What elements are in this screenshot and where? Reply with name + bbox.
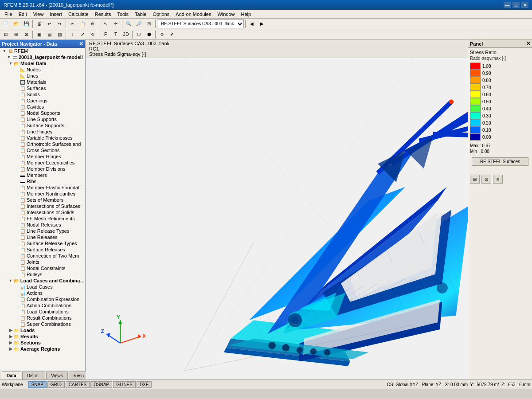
snap-btn-snap[interactable]: SNAP — [28, 381, 47, 388]
menu-calculate[interactable]: Calculate — [66, 11, 91, 17]
tb2-btn3[interactable]: ⊠ — [21, 30, 31, 39]
tb2-btn7[interactable]: ↕ — [67, 30, 77, 39]
tree-item-nodal-releases[interactable]: 📋 Nodal Releases — [0, 222, 85, 228]
tb-prev[interactable]: ◀ — [247, 20, 257, 28]
tree-item-variable-thicknesses[interactable]: 📋 Variable Thicknesses — [0, 135, 85, 141]
tree-item-project[interactable]: ▼ 🗃 20010_lagerpunkt fe-modell — [0, 54, 85, 60]
tree-item-pulleys[interactable]: 📋 Pulleys — [0, 271, 85, 278]
tree-item-members[interactable]: ▬ Members — [0, 172, 85, 178]
tb2-btn6[interactable]: ▥ — [55, 30, 64, 39]
tree-item-surface-releases[interactable]: 📋 Surface Releases — [0, 246, 85, 253]
snap-btn-dxf[interactable]: DXF — [137, 381, 152, 388]
snap-btn-grid[interactable]: GRID — [47, 381, 65, 388]
tree-item-member-nonlinearities[interactable]: 📋 Member Nonlinearities — [0, 191, 85, 197]
tb-undo[interactable]: ↩ — [44, 20, 54, 28]
tb-redo[interactable]: ↪ — [55, 20, 64, 28]
tree-item-member-eccentricities[interactable]: 📋 Member Eccentricities — [0, 160, 85, 166]
menu-file[interactable]: File — [2, 11, 15, 17]
legend-icon-3[interactable]: ≡ — [493, 175, 503, 184]
tb-move[interactable]: ✛ — [111, 20, 121, 28]
menu-table[interactable]: Table — [132, 11, 149, 17]
tree-item-ribs[interactable]: ▬ Ribs — [0, 178, 85, 184]
tree-item-solids[interactable]: 📋 Solids — [0, 91, 85, 98]
tree-item-loads[interactable]: ▶ 📁 Loads — [0, 327, 85, 333]
tree-item-line-releases[interactable]: 📋 Line Releases — [0, 234, 85, 240]
legend-icon-1[interactable]: ⊞ — [470, 175, 480, 184]
tree-item-surface-release-types[interactable]: 📋 Surface Release Types — [0, 240, 85, 246]
maximize-btn[interactable]: □ — [512, 2, 520, 8]
tb-print[interactable]: 🖨 — [34, 20, 44, 28]
tb-btn-3[interactable]: ✂ — [67, 20, 77, 28]
menu-window[interactable]: Window — [215, 11, 237, 17]
close-btn[interactable]: ✕ — [521, 2, 528, 8]
tb2-btn4[interactable]: ▦ — [34, 30, 44, 39]
tree-item-materials[interactable]: 🔲 Materials — [0, 79, 85, 85]
tb2-iso[interactable]: 3D — [121, 30, 131, 39]
tree-item-surfaces[interactable]: 📋 Surfaces — [0, 85, 85, 91]
menu-view[interactable]: View — [31, 11, 47, 17]
tree-item-actions[interactable]: 📊 Actions — [0, 290, 85, 296]
tree-item-results[interactable]: ▶ 📁 Results — [0, 333, 85, 340]
tree-item-intersections-surfaces[interactable]: 📋 Intersections of Surfaces — [0, 203, 85, 209]
tb-fit[interactable]: ⊞ — [144, 20, 154, 28]
tree-item-connection-two-mem[interactable]: 📋 Connection of Two Mem — [0, 253, 85, 259]
rf-steel-button[interactable]: RF-STEEL Surfaces — [472, 157, 528, 166]
tree-item-load-combinations[interactable]: 📋 Load Combinations — [0, 309, 85, 315]
tree-item-openings[interactable]: 📋 Openings — [0, 98, 85, 104]
snap-btn-cartes[interactable]: CARTES — [66, 381, 90, 388]
tree-item-load-cases-combo[interactable]: ▼ 📂 Load Cases and Combinatio — [0, 278, 85, 284]
tab-views[interactable]: Views — [46, 372, 68, 379]
tree-item-rfem[interactable]: ▼ 🖥 RFEM — [0, 48, 85, 54]
viewport-canvas[interactable]: X Y Z — [86, 58, 468, 379]
tree-item-orthotropic-surfaces[interactable]: 📋 Orthotropic Surfaces and — [0, 141, 85, 147]
tb2-check[interactable]: ✔ — [167, 30, 177, 39]
tb-btn-4[interactable]: 📋 — [78, 20, 87, 28]
menu-help[interactable]: Help — [239, 11, 254, 17]
menu-addon[interactable]: Add-on Modules — [173, 11, 214, 17]
tb-save[interactable]: 💾 — [21, 20, 31, 28]
tb2-calc[interactable]: ⚙ — [157, 30, 167, 39]
tb-zoom-in[interactable]: 🔍 — [124, 20, 133, 28]
tb2-front[interactable]: F — [101, 30, 110, 39]
tree-item-cavities[interactable]: 📋 Cavities — [0, 104, 85, 110]
menu-tools[interactable]: Tools — [114, 11, 131, 17]
tree-item-joints[interactable]: 📋 Joints — [0, 259, 85, 265]
tree-item-nodal-constraints[interactable]: 📋 Nodal Constraints — [0, 265, 85, 271]
tb2-wire[interactable]: ⬡ — [134, 30, 144, 39]
minimize-btn[interactable]: — — [504, 2, 511, 8]
tb2-solid[interactable]: ⬢ — [144, 30, 154, 39]
tree-item-result-combinations[interactable]: 📋 Result Combinations — [0, 315, 85, 321]
snap-btn-osnap[interactable]: OSNAP — [90, 381, 112, 388]
tree-item-member-hinges[interactable]: 📋 Member Hinges — [0, 153, 85, 160]
menu-edit[interactable]: Edit — [16, 11, 30, 17]
tb-select[interactable]: ↖ — [101, 20, 110, 28]
tree-item-average-regions[interactable]: ▶ 📁 Average Regions — [0, 346, 85, 352]
tb-next[interactable]: ▶ — [257, 20, 267, 28]
tb2-top[interactable]: T — [111, 30, 121, 39]
tree-item-member-elastic[interactable]: 📋 Member Elastic Foundati — [0, 184, 85, 191]
tab-data[interactable]: Data — [2, 372, 21, 379]
snap-btn-glines[interactable]: GLINES — [113, 381, 136, 388]
tree-item-model-data[interactable]: ▼ 📂 Model Data — [0, 60, 85, 66]
panel-close-btn[interactable]: ✕ — [79, 41, 83, 47]
module-selector[interactable]: RF-STEEL Surfaces CA3 - 003_flank — [157, 20, 244, 28]
tb-zoom-out[interactable]: 🔎 — [134, 20, 144, 28]
tb2-btn5[interactable]: ▤ — [44, 30, 54, 39]
tree-item-combination-expression[interactable]: 📋 Combination Expression — [0, 296, 85, 302]
tree-item-nodal-supports[interactable]: 📋 Nodal Supports — [0, 110, 85, 116]
tree-item-super-combinations[interactable]: 📋 Super Combinations — [0, 321, 85, 327]
tree-item-member-divisions[interactable]: 📋 Member Divisions — [0, 166, 85, 172]
tree-item-surface-supports[interactable]: 📋 Surface Supports — [0, 122, 85, 129]
tab-display[interactable]: Displ... — [22, 372, 46, 379]
tree-item-action-combinations[interactable]: 📋 Action Combinations — [0, 302, 85, 309]
tb2-btn2[interactable]: ⊞ — [11, 30, 21, 39]
tb-new[interactable]: 📄 — [1, 20, 11, 28]
tree-item-load-cases[interactable]: 📊 Load Cases — [0, 284, 85, 290]
tree-item-nodes[interactable]: 📐 Nodes — [0, 66, 85, 73]
tb-open[interactable]: 📂 — [11, 20, 21, 28]
menu-results[interactable]: Results — [92, 11, 114, 17]
tb-btn-5[interactable]: ⊕ — [88, 20, 98, 28]
tree-item-line-hinges[interactable]: 📋 Line Hinges — [0, 129, 85, 135]
tb2-btn1[interactable]: ⊡ — [1, 30, 11, 39]
legend-icon-2[interactable]: ⊡ — [481, 175, 491, 184]
